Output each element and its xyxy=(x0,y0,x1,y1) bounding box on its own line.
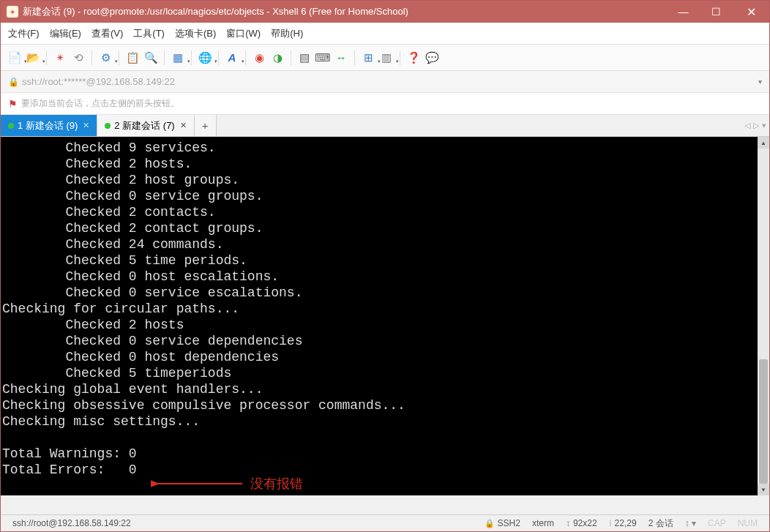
menu-edit[interactable]: 编辑(E) xyxy=(50,27,81,40)
toolbar-separator xyxy=(245,50,246,65)
chat-button[interactable]: 💬 xyxy=(424,50,440,66)
menu-tools[interactable]: 工具(T) xyxy=(133,27,165,40)
close-button[interactable]: ✕ xyxy=(733,1,769,23)
tab-label: 1 新建会话 (9) xyxy=(18,119,78,132)
globe-button[interactable]: 🌐▾ xyxy=(197,50,213,66)
window-controls: — ☐ ✕ xyxy=(667,1,769,23)
minimize-button[interactable]: — xyxy=(667,1,700,23)
vertical-scrollbar[interactable]: ▲ ▼ xyxy=(758,137,769,495)
menu-tabs[interactable]: 选项卡(B) xyxy=(175,27,216,40)
new-window-button[interactable]: ⊞▾ xyxy=(360,50,376,66)
status-num: NUM xyxy=(732,518,763,528)
menu-view[interactable]: 查看(V) xyxy=(91,27,123,40)
status-dot-icon xyxy=(105,123,111,129)
status-cursor: ⁞22,29 xyxy=(603,518,643,528)
find-button[interactable]: 🔍 xyxy=(143,50,159,66)
layout-button[interactable]: ▥▾ xyxy=(378,50,395,66)
reconnect-button[interactable]: ✴ xyxy=(52,50,68,66)
hint-text: 要添加当前会话，点击左侧的箭头按钮。 xyxy=(21,97,179,110)
new-session-button[interactable]: 📄▾ xyxy=(7,50,23,66)
keyboard-button[interactable]: ⌨ xyxy=(315,50,331,66)
tab-label: 2 新建会话 (7) xyxy=(114,119,174,132)
hint-bar: ⚑ 要添加当前会话，点击左侧的箭头按钮。 xyxy=(1,93,769,115)
toolbar: 📄▾ 📂▾ ✴ ⟲ ⚙▾ 📋 🔍 ▦▾ 🌐▾ A▾ ◉ ◑ ▤ ⌨ ↔ ⊞▾ ▥… xyxy=(1,45,769,71)
open-folder-button[interactable]: 📂▾ xyxy=(25,50,41,66)
scroll-down-button[interactable]: ▼ xyxy=(758,484,769,495)
clear-button[interactable]: ↔ xyxy=(333,50,349,66)
address-dropdown-icon[interactable]: ▾ xyxy=(758,78,762,86)
status-term-type: xterm xyxy=(526,518,560,528)
tab-session-2[interactable]: 2 新建会话 (7) ✕ xyxy=(97,115,194,136)
new-tab-button[interactable] xyxy=(195,115,217,136)
scroll-thumb[interactable] xyxy=(759,359,768,484)
status-bar: ssh://root@192.168.58.149:22 🔒 SSH2 xter… xyxy=(1,514,769,531)
scroll-track[interactable] xyxy=(758,149,769,484)
toolbar-separator xyxy=(164,50,165,65)
app-icon: ✦ xyxy=(7,6,18,18)
tab-close-icon[interactable]: ✕ xyxy=(83,121,89,130)
lock-icon: 🔒 xyxy=(8,77,19,87)
window-title: 新建会话 (9) - root@promote:/usr/local/nagio… xyxy=(23,5,667,18)
properties-button[interactable]: ⚙▾ xyxy=(97,50,113,66)
xagent-button[interactable]: ◉ xyxy=(251,50,267,66)
address-url: ssh://root:******@192.168.58.149:22 xyxy=(22,76,758,87)
maximize-button[interactable]: ☐ xyxy=(700,1,733,23)
copy-button[interactable]: 📋 xyxy=(124,50,141,66)
toolbar-separator xyxy=(119,50,119,65)
menubar: 文件(F) 编辑(E) 查看(V) 工具(T) 选项卡(B) 窗口(W) 帮助(… xyxy=(1,23,769,45)
tab-close-icon[interactable]: ✕ xyxy=(180,121,187,130)
toolbar-separator xyxy=(218,50,219,65)
status-size: ↕92x22 xyxy=(560,518,603,528)
tab-session-1[interactable]: 1 新建会话 (9) ✕ xyxy=(1,115,97,136)
tab-nav: ◁ ▷ ▾ xyxy=(744,115,766,136)
tab-next-icon[interactable]: ▷ xyxy=(753,121,759,130)
toolbar-separator xyxy=(46,50,47,65)
status-sync-icon[interactable]: ↕ ▾ xyxy=(679,518,702,528)
font-button[interactable]: A▾ xyxy=(224,50,240,66)
address-bar[interactable]: 🔒 ssh://root:******@192.168.58.149:22 ▾ xyxy=(1,71,769,93)
paste-button[interactable]: ▦▾ xyxy=(170,50,186,66)
menu-file[interactable]: 文件(F) xyxy=(8,27,40,40)
tab-bar: 1 新建会话 (9) ✕ 2 新建会话 (7) ✕ ◁ ▷ ▾ xyxy=(1,115,769,137)
tab-prev-icon[interactable]: ◁ xyxy=(744,121,750,130)
xftp-button[interactable]: ◑ xyxy=(269,50,285,66)
toolbar-separator xyxy=(191,50,192,65)
window-titlebar: ✦ 新建会话 (9) - root@promote:/usr/local/nag… xyxy=(1,1,769,23)
terminal-button[interactable]: ▤ xyxy=(296,50,313,66)
status-protocol: 🔒 SSH2 xyxy=(479,518,526,528)
tab-menu-icon[interactable]: ▾ xyxy=(762,121,766,130)
lock-icon: 🔒 xyxy=(485,519,495,528)
toolbar-separator xyxy=(91,50,92,65)
terminal-output[interactable]: Checked 9 services. Checked 2 hosts. Che… xyxy=(1,137,759,495)
flag-icon[interactable]: ⚑ xyxy=(8,98,18,110)
status-sessions: 2 会话 xyxy=(643,517,679,530)
menu-help[interactable]: 帮助(H) xyxy=(271,27,303,40)
status-path: ssh://root@192.168.58.149:22 xyxy=(7,518,479,528)
terminal-container: Checked 9 services. Checked 2 hosts. Che… xyxy=(1,137,769,495)
toolbar-separator xyxy=(400,50,400,65)
toolbar-separator xyxy=(354,50,355,65)
disconnect-button[interactable]: ⟲ xyxy=(70,50,86,66)
status-dot-icon xyxy=(8,123,14,129)
status-cap: CAP xyxy=(702,518,732,528)
help-button[interactable]: ❓ xyxy=(405,50,422,66)
menu-window[interactable]: 窗口(W) xyxy=(226,27,261,40)
toolbar-separator xyxy=(291,50,291,65)
scroll-up-button[interactable]: ▲ xyxy=(758,137,769,149)
